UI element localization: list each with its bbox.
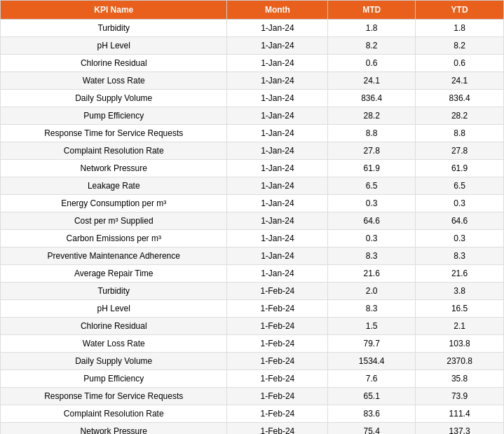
table-row: Pump Efficiency1-Jan-2428.228.2 xyxy=(1,107,504,125)
table-row: Preventive Maintenance Adherence1-Jan-24… xyxy=(1,247,504,265)
cell-mtd: 2.0 xyxy=(328,283,416,300)
table-row: Water Loss Rate1-Jan-2424.124.1 xyxy=(1,72,504,90)
cell-mtd: 0.3 xyxy=(328,230,416,247)
cell-kpi-name: Preventive Maintenance Adherence xyxy=(1,247,227,265)
header-month: Month xyxy=(227,1,328,20)
table-row: Pump Efficiency1-Feb-247.635.8 xyxy=(1,370,504,388)
cell-ytd: 111.4 xyxy=(416,405,504,423)
cell-mtd: 75.4 xyxy=(328,423,416,435)
cell-month: 1-Feb-24 xyxy=(227,335,328,353)
cell-month: 1-Jan-24 xyxy=(227,247,328,265)
cell-month: 1-Feb-24 xyxy=(227,353,328,370)
cell-ytd: 64.6 xyxy=(416,212,504,230)
cell-kpi-name: Response Time for Service Requests xyxy=(1,125,227,142)
cell-kpi-name: Network Pressure xyxy=(1,423,227,435)
table-row: Turbidity1-Feb-242.03.8 xyxy=(1,283,504,300)
cell-kpi-name: Pump Efficiency xyxy=(1,107,227,125)
cell-ytd: 28.2 xyxy=(416,107,504,125)
cell-mtd: 1534.4 xyxy=(328,353,416,370)
table-row: Complaint Resolution Rate1-Jan-2427.827.… xyxy=(1,142,504,160)
cell-month: 1-Jan-24 xyxy=(227,230,328,247)
cell-ytd: 73.9 xyxy=(416,388,504,405)
cell-mtd: 64.6 xyxy=(328,212,416,230)
cell-kpi-name: Leakage Rate xyxy=(1,177,227,195)
table-row: Water Loss Rate1-Feb-2479.7103.8 xyxy=(1,335,504,353)
cell-kpi-name: Daily Supply Volume xyxy=(1,90,227,107)
cell-mtd: 8.3 xyxy=(328,247,416,265)
cell-ytd: 27.8 xyxy=(416,142,504,160)
cell-mtd: 836.4 xyxy=(328,90,416,107)
cell-month: 1-Jan-24 xyxy=(227,265,328,283)
table-row: pH Level1-Jan-248.28.2 xyxy=(1,37,504,55)
cell-mtd: 8.3 xyxy=(328,300,416,318)
cell-kpi-name: Response Time for Service Requests xyxy=(1,388,227,405)
table-header: KPI Name Month MTD YTD xyxy=(1,1,504,20)
cell-mtd: 83.6 xyxy=(328,405,416,423)
cell-mtd: 79.7 xyxy=(328,335,416,353)
cell-kpi-name: Network Pressure xyxy=(1,160,227,177)
cell-ytd: 21.6 xyxy=(416,265,504,283)
cell-month: 1-Feb-24 xyxy=(227,370,328,388)
cell-month: 1-Feb-24 xyxy=(227,283,328,300)
header-mtd: MTD xyxy=(328,1,416,20)
cell-mtd: 24.1 xyxy=(328,72,416,90)
cell-mtd: 0.3 xyxy=(328,195,416,212)
table-row: Network Pressure1-Feb-2475.4137.3 xyxy=(1,423,504,435)
cell-kpi-name: Turbidity xyxy=(1,20,227,37)
cell-kpi-name: Energy Consumption per m³ xyxy=(1,195,227,212)
cell-month: 1-Feb-24 xyxy=(227,318,328,335)
cell-mtd: 61.9 xyxy=(328,160,416,177)
table-row: Complaint Resolution Rate1-Feb-2483.6111… xyxy=(1,405,504,423)
cell-ytd: 0.3 xyxy=(416,230,504,247)
cell-ytd: 8.8 xyxy=(416,125,504,142)
cell-month: 1-Feb-24 xyxy=(227,300,328,318)
table-row: Daily Supply Volume1-Feb-241534.42370.8 xyxy=(1,353,504,370)
cell-month: 1-Jan-24 xyxy=(227,72,328,90)
cell-kpi-name: Turbidity xyxy=(1,283,227,300)
cell-mtd: 6.5 xyxy=(328,177,416,195)
table-row: Energy Consumption per m³1-Jan-240.30.3 xyxy=(1,195,504,212)
table-row: Carbon Emissions per m³1-Jan-240.30.3 xyxy=(1,230,504,247)
cell-kpi-name: pH Level xyxy=(1,300,227,318)
cell-ytd: 35.8 xyxy=(416,370,504,388)
cell-ytd: 103.8 xyxy=(416,335,504,353)
cell-ytd: 836.4 xyxy=(416,90,504,107)
table-body: Turbidity1-Jan-241.81.8pH Level1-Jan-248… xyxy=(1,20,504,435)
cell-mtd: 8.2 xyxy=(328,37,416,55)
cell-ytd: 3.8 xyxy=(416,283,504,300)
cell-month: 1-Feb-24 xyxy=(227,423,328,435)
cell-mtd: 8.8 xyxy=(328,125,416,142)
cell-month: 1-Jan-24 xyxy=(227,195,328,212)
cell-kpi-name: Complaint Resolution Rate xyxy=(1,405,227,423)
cell-ytd: 8.2 xyxy=(416,37,504,55)
table-row: Turbidity1-Jan-241.81.8 xyxy=(1,20,504,37)
cell-kpi-name: pH Level xyxy=(1,37,227,55)
cell-mtd: 7.6 xyxy=(328,370,416,388)
cell-mtd: 27.8 xyxy=(328,142,416,160)
table-row: Response Time for Service Requests1-Jan-… xyxy=(1,125,504,142)
table-row: pH Level1-Feb-248.316.5 xyxy=(1,300,504,318)
cell-kpi-name: Carbon Emissions per m³ xyxy=(1,230,227,247)
table-row: Cost per m³ Supplied1-Jan-2464.664.6 xyxy=(1,212,504,230)
table-row: Daily Supply Volume1-Jan-24836.4836.4 xyxy=(1,90,504,107)
cell-kpi-name: Cost per m³ Supplied xyxy=(1,212,227,230)
cell-ytd: 0.6 xyxy=(416,55,504,72)
table-row: Response Time for Service Requests1-Feb-… xyxy=(1,388,504,405)
cell-ytd: 8.3 xyxy=(416,247,504,265)
cell-month: 1-Feb-24 xyxy=(227,388,328,405)
cell-mtd: 1.8 xyxy=(328,20,416,37)
cell-month: 1-Jan-24 xyxy=(227,160,328,177)
cell-month: 1-Jan-24 xyxy=(227,90,328,107)
cell-ytd: 137.3 xyxy=(416,423,504,435)
table-row: Network Pressure1-Jan-2461.961.9 xyxy=(1,160,504,177)
cell-ytd: 6.5 xyxy=(416,177,504,195)
cell-month: 1-Jan-24 xyxy=(227,37,328,55)
cell-ytd: 24.1 xyxy=(416,72,504,90)
cell-ytd: 61.9 xyxy=(416,160,504,177)
cell-ytd: 0.3 xyxy=(416,195,504,212)
cell-mtd: 1.5 xyxy=(328,318,416,335)
cell-kpi-name: Complaint Resolution Rate xyxy=(1,142,227,160)
cell-kpi-name: Average Repair Time xyxy=(1,265,227,283)
cell-month: 1-Jan-24 xyxy=(227,177,328,195)
cell-mtd: 21.6 xyxy=(328,265,416,283)
